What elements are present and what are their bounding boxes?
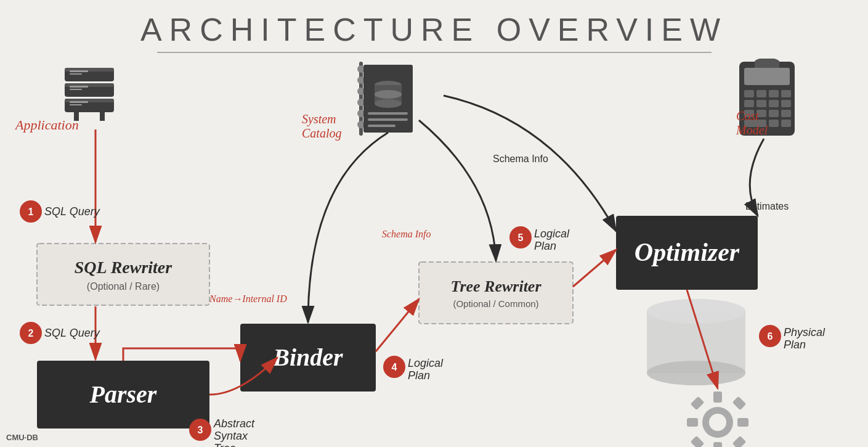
tree-rewriter-sublabel: (Optional / Common): [453, 298, 538, 309]
svg-rect-48: [781, 120, 791, 127]
parser-label: Parser: [89, 380, 157, 408]
svg-rect-37: [781, 90, 791, 97]
arrow-catalog-to-binder: [308, 133, 388, 322]
svg-rect-5: [70, 70, 88, 72]
step-6-label: Physical: [784, 326, 825, 338]
svg-rect-57: [713, 392, 722, 403]
svg-rect-38: [744, 100, 754, 107]
svg-rect-9: [70, 86, 88, 88]
svg-rect-58: [713, 442, 722, 447]
estimates-label: Estimates: [745, 201, 789, 211]
svg-rect-39: [756, 100, 766, 107]
step-4-label: Logical: [408, 357, 444, 369]
svg-rect-40: [769, 100, 779, 107]
step-3-number: 3: [198, 425, 203, 435]
svg-rect-62: [732, 396, 747, 411]
svg-point-53: [647, 361, 745, 385]
svg-rect-59: [687, 418, 698, 427]
svg-rect-10: [70, 89, 82, 90]
svg-rect-33: [744, 68, 790, 85]
svg-rect-60: [737, 418, 748, 427]
sql-rewriter-sublabel: (Optional / Rare): [87, 281, 160, 292]
svg-rect-35: [756, 90, 766, 97]
step-6-label2: Plan: [784, 338, 806, 351]
cost-model-label2: Model: [736, 123, 768, 137]
step-3-label3: Tree: [214, 442, 236, 447]
cmu-logo: CMU·DB: [6, 433, 38, 442]
svg-rect-47: [769, 120, 779, 127]
svg-rect-14: [70, 104, 82, 105]
system-catalog-label2: Catalog: [302, 126, 341, 141]
step-6-number: 6: [768, 331, 773, 342]
svg-rect-31: [368, 125, 395, 127]
sql-rewriter-label: SQL Rewriter: [75, 258, 173, 277]
binder-label: Binder: [272, 343, 343, 371]
step-3-label2: Syntax: [214, 430, 248, 442]
application-icon: [65, 68, 114, 121]
svg-rect-34: [744, 90, 754, 97]
arrow-catalog-to-treerewriter: [419, 120, 496, 261]
optimizer-label: Optimizer: [635, 238, 740, 266]
tree-rewriter-label: Tree Rewriter: [450, 277, 541, 295]
svg-rect-64: [732, 436, 747, 447]
gear-icon: [687, 392, 748, 447]
page-title: ARCHITECTURE OVERVIEW: [0, 0, 868, 48]
application-label: Application: [14, 117, 79, 133]
system-catalog-label: System: [302, 112, 336, 126]
name-internal-id-label: Name→Internal ID: [209, 293, 287, 304]
arrow-treerewriter-to-optimizer: [573, 250, 616, 287]
step-2-number: 2: [28, 328, 34, 338]
main-container: ARCHITECTURE OVERVIEW: [0, 0, 868, 447]
step-4-number: 4: [392, 362, 397, 372]
svg-rect-63: [691, 436, 705, 447]
svg-rect-29: [368, 112, 408, 115]
step-1-label: SQL Query: [44, 205, 100, 218]
svg-rect-36: [769, 90, 779, 97]
schema-info-bottom-label: Schema Info: [382, 229, 431, 240]
step-1-number: 1: [28, 207, 34, 217]
schema-info-top-label: Schema Info: [493, 154, 548, 164]
step-5-label: Logical: [534, 228, 570, 240]
architecture-diagram: Application System Cata: [0, 59, 868, 447]
step-5-number: 5: [518, 232, 524, 243]
svg-rect-61: [691, 396, 705, 411]
system-catalog-icon: [357, 62, 413, 136]
cost-model-label: Cost: [736, 109, 759, 123]
svg-rect-6: [70, 73, 82, 75]
arrow-binder-to-treerewriter: [376, 299, 419, 351]
svg-point-56: [709, 414, 726, 431]
svg-rect-44: [769, 110, 779, 117]
title-divider: [157, 52, 712, 53]
step-3-label: Abstract: [213, 417, 255, 430]
svg-rect-13: [70, 101, 88, 103]
svg-point-28: [375, 90, 402, 99]
database-icon: [647, 299, 745, 385]
svg-rect-45: [781, 110, 791, 117]
svg-rect-41: [781, 100, 791, 107]
step-4-label2: Plan: [408, 369, 430, 382]
arrow-parser-to-binder: [123, 348, 240, 361]
step-5-label2: Plan: [534, 240, 556, 252]
svg-rect-50: [755, 62, 779, 68]
svg-rect-16: [100, 112, 105, 121]
step-2-label: SQL Query: [44, 327, 100, 339]
svg-rect-30: [368, 118, 408, 121]
svg-point-27: [375, 99, 402, 108]
